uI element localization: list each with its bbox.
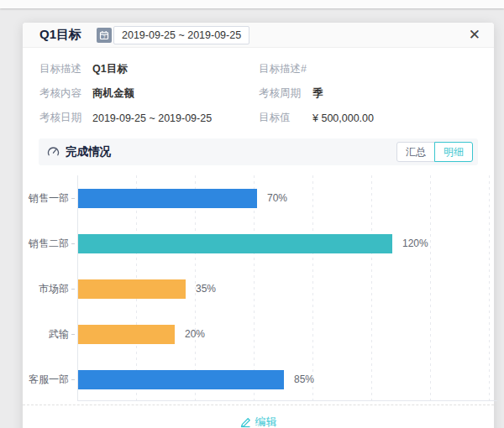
y-axis-tick: [71, 289, 75, 290]
field-label: 考核周期: [259, 86, 312, 101]
field-label: 目标值: [259, 111, 312, 125]
dialog-footer: 编辑: [23, 405, 494, 428]
bar-value-label: 85%: [294, 373, 314, 385]
toggle-summary[interactable]: 汇总: [396, 142, 435, 162]
bar-value-label: 35%: [196, 283, 216, 295]
field-value: 季: [312, 86, 477, 101]
toggle-detail[interactable]: 明细: [434, 142, 473, 162]
field-value: 2019-09-25 ~ 2019-09-25: [92, 112, 259, 124]
field-label: 目标描述#: [259, 62, 312, 76]
y-axis-tick: [71, 243, 75, 244]
chart-row: 客服一部85%: [23, 357, 494, 402]
dialog-title: Q1目标: [39, 27, 81, 43]
bar[interactable]: [78, 279, 186, 299]
field-value: ¥ 500,000.00: [312, 112, 477, 124]
summary-detail-toggle: 汇总明细: [396, 142, 473, 162]
chart-row: 武输20%: [23, 311, 494, 357]
y-axis-tick: [71, 334, 75, 335]
gauge-icon: [47, 146, 60, 159]
category-label: 销售一部: [23, 191, 71, 206]
date-range-input[interactable]: 2019-09-25 ~ 2019-09-25: [113, 26, 249, 44]
category-label: 客服一部: [23, 373, 71, 387]
goal-fields: 目标描述Q1目标目标描述#考核内容商机金额考核周期季考核日期2019-09-25…: [23, 48, 494, 130]
bar[interactable]: [78, 370, 284, 389]
dialog-header: Q1目标 7 2019-09-25 ~ 2019-09-25 ✕: [23, 23, 494, 48]
date-range-picker[interactable]: 7 2019-09-25 ~ 2019-09-25: [97, 25, 249, 45]
field-label: 目标描述: [39, 62, 92, 76]
y-axis-tick: [71, 379, 75, 380]
chart-row: 销售一部70%: [23, 175, 494, 221]
bar[interactable]: [78, 189, 257, 208]
completion-section-bar: 完成情况 汇总明细: [39, 138, 478, 165]
category-label: 销售二部: [23, 237, 71, 251]
category-label: 市场部: [23, 282, 71, 296]
goal-detail-dialog: Q1目标 7 2019-09-25 ~ 2019-09-25 ✕ 目标描述Q1目…: [23, 23, 494, 428]
completion-bar-chart: 销售一部70%销售二部120%市场部35%武输20%客服一部85%: [23, 175, 494, 413]
edit-button[interactable]: 编辑: [240, 415, 277, 428]
chart-row: 市场部35%: [23, 266, 494, 311]
svg-text:7: 7: [102, 34, 105, 39]
y-axis-tick: [71, 198, 75, 199]
calendar-icon: 7: [97, 28, 112, 43]
bar[interactable]: [78, 325, 175, 344]
field-label: 考核日期: [39, 111, 92, 125]
bar[interactable]: [78, 234, 392, 253]
chart-rows: 销售一部70%销售二部120%市场部35%武输20%客服一部85%: [23, 175, 494, 402]
bar-value-label: 20%: [185, 328, 205, 340]
completion-section-title: 完成情况: [66, 144, 111, 159]
field-value: 商机金额: [92, 86, 259, 101]
pencil-icon: [240, 417, 251, 428]
category-label: 武输: [23, 327, 71, 342]
close-icon[interactable]: ✕: [469, 28, 480, 42]
edit-label: 编辑: [255, 415, 277, 428]
field-value: Q1目标: [92, 62, 259, 76]
page-top-band: [0, 0, 504, 8]
chart-row: 销售二部120%: [23, 221, 494, 266]
field-label: 考核内容: [39, 86, 92, 101]
bar-value-label: 70%: [267, 192, 287, 204]
bar-value-label: 120%: [402, 237, 428, 249]
